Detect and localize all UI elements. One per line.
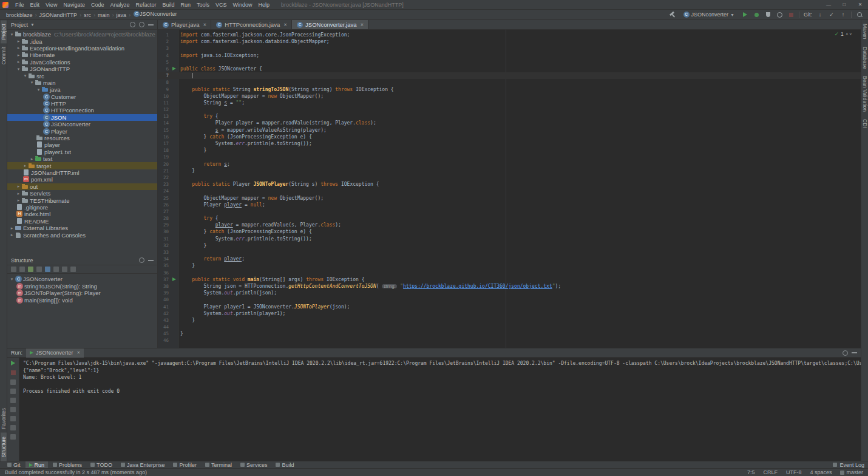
event-log-button[interactable]: Event Log	[833, 462, 864, 468]
console-line[interactable]: Name: Brock Level: 1	[23, 374, 861, 381]
run-line-icon[interactable]	[172, 67, 176, 70]
close-tab-icon[interactable]: ✕	[361, 22, 364, 27]
tree-item-player[interactable]: Player	[7, 127, 157, 134]
breadcrumb-item-java[interactable]: java	[115, 12, 128, 18]
show-anonymous-icon[interactable]	[45, 267, 50, 272]
menu-file[interactable]: File	[12, 2, 27, 8]
stripe-button-maven[interactable]: Maven	[862, 20, 868, 43]
menu-build[interactable]: Build	[159, 2, 177, 8]
tree-item-target[interactable]: target	[7, 162, 157, 169]
stripe-button-cdi[interactable]: CDI	[862, 115, 868, 132]
tree-collapse-icon[interactable]	[16, 67, 21, 72]
inspections-widget[interactable]: ✓ 1 ∧∨	[832, 31, 855, 37]
tree-collapse-icon[interactable]	[9, 277, 15, 282]
menu-analyze[interactable]: Analyze	[107, 2, 132, 8]
code-line[interactable]: 20 return s;	[158, 161, 861, 168]
tree-item-idea[interactable]: .idea	[7, 38, 157, 44]
tree-item-resources[interactable]: resources	[7, 135, 157, 141]
tree-item-pom-xml[interactable]: pom.xml	[7, 176, 157, 183]
tree-item-customer[interactable]: Customer	[7, 93, 157, 100]
tree-collapse-icon[interactable]	[9, 32, 15, 37]
code-line[interactable]: 24	[158, 188, 861, 194]
tree-item-out[interactable]: out	[7, 183, 157, 190]
code-line[interactable]: 1import com.fasterxml.jackson.core.JsonP…	[158, 32, 861, 38]
toolwindow-button-terminal[interactable]: Terminal	[202, 461, 236, 469]
show-lambdas-icon[interactable]	[53, 267, 59, 272]
code-line[interactable]: 28 try {	[158, 215, 861, 222]
stripe-button-commit[interactable]: Commit	[1, 43, 7, 68]
locate-file-icon[interactable]	[130, 22, 135, 27]
code-line[interactable]: 30 } catch (JsonProcessingException e) {	[158, 228, 861, 235]
code-line[interactable]: 2import com.fasterxml.jackson.databind.O…	[158, 38, 861, 45]
soft-wrap-icon[interactable]	[10, 416, 16, 421]
code-line[interactable]: 40	[158, 296, 861, 303]
menu-edit[interactable]: Edit	[27, 2, 43, 8]
tree-item-jsonconverter[interactable]: JSONconverter	[7, 121, 157, 127]
code-editor[interactable]: 1import com.fasterxml.jackson.core.JsonP…	[158, 30, 861, 348]
menu-navigate[interactable]: Navigate	[60, 2, 88, 8]
file-encoding[interactable]: UTF-8	[786, 469, 802, 475]
code-line[interactable]: 39 System.out.println(json);	[158, 290, 861, 296]
tree-item-brockblaze[interactable]: brockblazeC:\Users\brock\IdeaProjects\br…	[7, 31, 157, 38]
stripe-button-favorites[interactable]: Favorites	[1, 404, 7, 433]
code-line[interactable]: 43 }	[158, 317, 861, 324]
code-line[interactable]: 22	[158, 174, 861, 181]
tree-collapse-icon[interactable]	[29, 80, 35, 85]
tree-item-exceptionhandlinganddatavalidation[interactable]: ExceptionHandlingandDataValidation	[7, 45, 157, 52]
editor-tab-jsonconverter-java[interactable]: JSONconverter.java✕	[292, 20, 368, 29]
settings-icon[interactable]	[139, 22, 144, 27]
tree-item-test[interactable]: test	[7, 155, 157, 162]
tree-collapse-icon[interactable]	[36, 87, 41, 92]
minimize-button-icon[interactable]: —	[821, 0, 836, 9]
console-line[interactable]: Process finished with exit code 0	[23, 388, 861, 395]
code-line[interactable]: 11 String s = "";	[158, 100, 861, 106]
tree-item-json[interactable]: JSON	[7, 114, 157, 121]
git-commit-icon[interactable]: ✓	[828, 11, 835, 18]
tree-expand-icon[interactable]	[22, 163, 28, 168]
code-line[interactable]: 38 String json = HTTPconnection.getHttpC…	[158, 283, 861, 290]
toolwindow-button-build[interactable]: Build	[272, 461, 297, 469]
toolwindow-button-java-enterprise[interactable]: Java Enterprise	[117, 461, 169, 469]
sort-alphabetically-icon[interactable]	[11, 267, 16, 272]
profiler-button-icon[interactable]	[776, 11, 783, 18]
code-line[interactable]: 33	[158, 249, 861, 256]
tree-expand-icon[interactable]	[29, 157, 35, 162]
tree-item-jsonandhttp[interactable]: JSONandHTTP	[7, 66, 157, 72]
menu-code[interactable]: Code	[88, 2, 107, 8]
restore-layout-icon[interactable]	[10, 379, 16, 385]
code-line[interactable]: 17 System.err.println(e.toString());	[158, 140, 861, 147]
code-line[interactable]: 16 } catch (JsonProcessingException e) {	[158, 134, 861, 140]
show-fields-icon[interactable]	[36, 267, 42, 272]
breadcrumb-item-main[interactable]: main	[97, 12, 111, 18]
code-line[interactable]: 29 player = mapper.readValue(s, Player.c…	[158, 222, 861, 228]
code-line[interactable]: 35 }	[158, 262, 861, 269]
run-process-tab[interactable]: JSONconverter ✕	[26, 348, 84, 358]
tree-expand-icon[interactable]	[16, 184, 21, 189]
run-line-icon[interactable]	[172, 277, 176, 281]
coverage-button-icon[interactable]	[764, 11, 771, 18]
toolwindow-button-git[interactable]: Git	[4, 461, 24, 469]
indent-style[interactable]: 4 spaces	[810, 469, 832, 475]
code-line[interactable]: 46	[158, 337, 861, 344]
git-update-icon[interactable]: ↓	[816, 11, 824, 18]
tree-expand-icon[interactable]	[16, 59, 21, 64]
tree-item-stringtojson-string-string[interactable]: stringToJSON(String): String	[7, 283, 157, 290]
tree-item-http[interactable]: HTTP	[7, 100, 157, 107]
tree-expand-icon[interactable]	[16, 53, 21, 58]
structure-panel-header[interactable]: Structure	[7, 256, 157, 265]
code-line[interactable]: 31 System.err.println(e.toString());	[158, 236, 861, 242]
stop-icon[interactable]	[10, 370, 16, 376]
tree-item-index-html[interactable]: index.html	[7, 211, 157, 217]
tree-expand-icon[interactable]	[16, 39, 21, 44]
code-line[interactable]: 6public class JSONconverter {	[158, 66, 861, 72]
breadcrumb-item-jsonconverter[interactable]: JSONconverter	[132, 11, 178, 17]
tree-item-jsonandhttp-iml[interactable]: JSONandHTTP.iml	[7, 169, 157, 176]
tree-expand-icon[interactable]	[16, 198, 21, 203]
up-stack-trace-icon[interactable]	[10, 398, 16, 403]
sort-by-visibility-icon[interactable]	[19, 267, 25, 272]
search-everywhere-icon[interactable]	[856, 11, 863, 18]
tree-item-servlets[interactable]: Servlets	[7, 190, 157, 197]
code-line[interactable]: 21 }	[158, 168, 861, 174]
toolwindow-button-run[interactable]: Run	[25, 461, 49, 469]
code-line[interactable]: 18 }	[158, 147, 861, 154]
